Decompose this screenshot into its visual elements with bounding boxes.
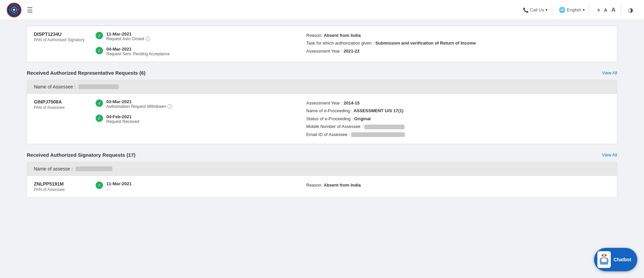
section1-pan-info: GINPJ7508A PAN of Assessee bbox=[34, 99, 88, 110]
reason-row: Reason: Absent from India bbox=[306, 31, 610, 39]
section1-timeline-item-2: ✓ 04-Feb-2021 Request Received bbox=[96, 114, 298, 124]
section1-request-card: GINPJ7508A PAN of Assessee ✓ 03-Mar-2021… bbox=[27, 93, 617, 144]
section1-name-redacted bbox=[78, 84, 119, 89]
ay-value: 2021-22 bbox=[343, 49, 360, 54]
main-content: DISPT1234U PAN of Authorised Signatory ✓… bbox=[0, 20, 644, 278]
svg-rect-14 bbox=[607, 259, 608, 263]
section1-status-2: Request Received bbox=[106, 119, 139, 124]
section1-date-2: 04-Feb-2021 bbox=[106, 114, 139, 119]
section1-ay-row: Assessment Year : 2014-15 bbox=[306, 99, 610, 107]
check-icon-2: ✓ bbox=[96, 47, 103, 54]
timeline-content-1: 11-Mar-2021 Request Auto Closed i bbox=[106, 31, 150, 41]
section1-timeline-content-2: 04-Feb-2021 Request Received bbox=[106, 114, 139, 124]
section1-view-all[interactable]: View All bbox=[602, 70, 617, 75]
globe-icon: 🌐 bbox=[559, 7, 566, 13]
section1-proceeding-row: Name of e-Proceeding : ASSESSMENT U/S 17… bbox=[306, 107, 610, 115]
chatbot-label: Chatbot bbox=[613, 257, 631, 262]
ay-row: Assessment Year : 2021-22 bbox=[306, 47, 610, 55]
section1-check-1: ✓ bbox=[96, 99, 103, 107]
timeline-status-2: Request Sent. Pending Acceptance bbox=[106, 52, 170, 56]
section2-timeline-content-1: 11-Mar-2021 ... bbox=[106, 181, 131, 191]
section-signatory-requests: Received Authorized Signatory Requests (… bbox=[27, 152, 617, 198]
section1-pan-label: PAN of Assessee bbox=[34, 105, 88, 110]
section1-timeline-content-1: 03-Mar-2021 Authorisation Request Withdr… bbox=[106, 99, 172, 109]
timeline-date-1: 11-Mar-2021 bbox=[106, 31, 150, 37]
section1-email-row: Email ID of Assessee : bbox=[306, 131, 610, 138]
svg-point-6 bbox=[601, 253, 607, 259]
section1-timeline: ✓ 03-Mar-2021 Authorisation Request With… bbox=[96, 99, 298, 124]
logo bbox=[7, 3, 21, 17]
section1-status-1: Authorisation Request Withdrawn i bbox=[106, 104, 172, 109]
language-chevron: ▾ bbox=[583, 7, 585, 12]
card-pan-info: DISPT1234U PAN of Authorised Signatory bbox=[34, 31, 88, 42]
svg-point-8 bbox=[602, 255, 603, 256]
phone-icon: 📞 bbox=[523, 7, 529, 13]
call-us-button[interactable]: 📞 Call Us ▾ bbox=[519, 5, 552, 15]
section2-timeline-item-1: ✓ 11-Mar-2021 ... bbox=[96, 181, 298, 191]
section1-mobile-row: Mobile Number of Assessee : bbox=[306, 123, 610, 130]
section-rep-requests: Received Authorized Representative Reque… bbox=[27, 70, 617, 144]
svg-rect-11 bbox=[601, 262, 602, 265]
section1-name-box: Name of Assessee : bbox=[27, 80, 617, 93]
header-left: ☰ bbox=[7, 3, 33, 17]
section1-date-1: 03-Mar-2021 bbox=[106, 99, 172, 104]
check-icon-1: ✓ bbox=[96, 32, 103, 39]
call-us-label: Call Us bbox=[530, 7, 544, 12]
reason-value: Absent from India bbox=[324, 33, 361, 38]
language-button[interactable]: 🌐 English ▾ bbox=[555, 5, 589, 15]
section2-header: Received Authorized Signatory Requests (… bbox=[27, 152, 617, 158]
timeline-item-1: ✓ 11-Mar-2021 Request Auto Closed i bbox=[96, 31, 298, 41]
call-us-chevron: ▾ bbox=[545, 7, 548, 12]
section2-card: Name of assesse : ZNLPP5191M PAN of Asse… bbox=[27, 162, 617, 198]
timeline-status-1: Request Auto Closed i bbox=[106, 37, 150, 41]
chatbot-button[interactable]: Chatbot bbox=[594, 248, 637, 271]
pan-label: PAN of Authorised Signatory bbox=[34, 38, 88, 42]
section2-card-details: Reason: Absent from India bbox=[306, 181, 610, 189]
svg-rect-13 bbox=[600, 259, 601, 263]
timeline: ✓ 11-Mar-2021 Request Auto Closed i ✓ 04… bbox=[96, 31, 298, 56]
font-size-controls: A A A bbox=[592, 4, 621, 16]
section1-status-value: Original bbox=[354, 116, 371, 121]
svg-rect-12 bbox=[606, 262, 607, 265]
section1-name-label: Name of Assessee : bbox=[34, 84, 76, 89]
contrast-button[interactable]: ◑ bbox=[624, 4, 637, 16]
info-icon-1[interactable]: i bbox=[146, 37, 150, 41]
section1-pan: GINPJ7508A bbox=[34, 99, 88, 105]
section1-mobile-redacted bbox=[364, 125, 405, 129]
task-value: Submission and verification of Return of… bbox=[375, 41, 476, 46]
section2-name-redacted bbox=[75, 166, 112, 171]
task-row: Task for which authorization given : Sub… bbox=[306, 39, 610, 47]
section2-name-label: Name of assesse : bbox=[34, 166, 73, 171]
hamburger-menu[interactable]: ☰ bbox=[27, 6, 33, 14]
section2-request-card: ZNLPP5191M PAN of Assessee ✓ 11-Mar-2021… bbox=[27, 176, 617, 197]
logo-emblem bbox=[9, 4, 19, 16]
header: ☰ 📞 Call Us ▾ 🌐 English ▾ A A A ◑ bbox=[0, 0, 644, 20]
section1-ay-value: 2014-15 bbox=[343, 100, 360, 106]
font-large-button[interactable]: A bbox=[610, 6, 617, 14]
section1-card: Name of Assessee : GINPJ7508A PAN of Ass… bbox=[27, 80, 617, 144]
section2-pan: ZNLPP5191M bbox=[34, 181, 88, 187]
section2-timeline: ✓ 11-Mar-2021 ... bbox=[96, 181, 298, 191]
font-medium-button[interactable]: A bbox=[603, 7, 609, 13]
section1-check-2: ✓ bbox=[96, 115, 103, 122]
section1-info-icon[interactable]: i bbox=[167, 104, 172, 109]
section1-status-row: Status of e-Proceeding : Original bbox=[306, 115, 610, 123]
section2-pan-label: PAN of Assessee bbox=[34, 187, 88, 192]
section2-view-all[interactable]: View All bbox=[602, 152, 617, 157]
top-partial-card: DISPT1234U PAN of Authorised Signatory ✓… bbox=[27, 25, 617, 62]
section2-reason-value: Absent from India bbox=[324, 183, 361, 188]
section2-title: Received Authorized Signatory Requests (… bbox=[27, 152, 136, 158]
section1-card-details: Assessment Year : 2014-15 Name of e-Proc… bbox=[306, 99, 610, 138]
timeline-date-2: 04-Mar-2021 bbox=[106, 47, 170, 52]
section2-pan-info: ZNLPP5191M PAN of Assessee bbox=[34, 181, 88, 192]
pan-number: DISPT1234U bbox=[34, 31, 88, 37]
svg-rect-7 bbox=[601, 259, 607, 262]
section2-date-1: 11-Mar-2021 bbox=[106, 181, 131, 186]
header-right: 📞 Call Us ▾ 🌐 English ▾ A A A ◑ bbox=[519, 4, 637, 16]
font-small-button[interactable]: A bbox=[596, 7, 601, 13]
top-request-card: DISPT1234U PAN of Authorised Signatory ✓… bbox=[27, 26, 617, 62]
section2-check-1: ✓ bbox=[96, 182, 103, 189]
section2-reason-row: Reason: Absent from India bbox=[306, 181, 610, 189]
svg-point-9 bbox=[605, 255, 606, 256]
section1-timeline-item-1: ✓ 03-Mar-2021 Authorisation Request With… bbox=[96, 99, 298, 109]
